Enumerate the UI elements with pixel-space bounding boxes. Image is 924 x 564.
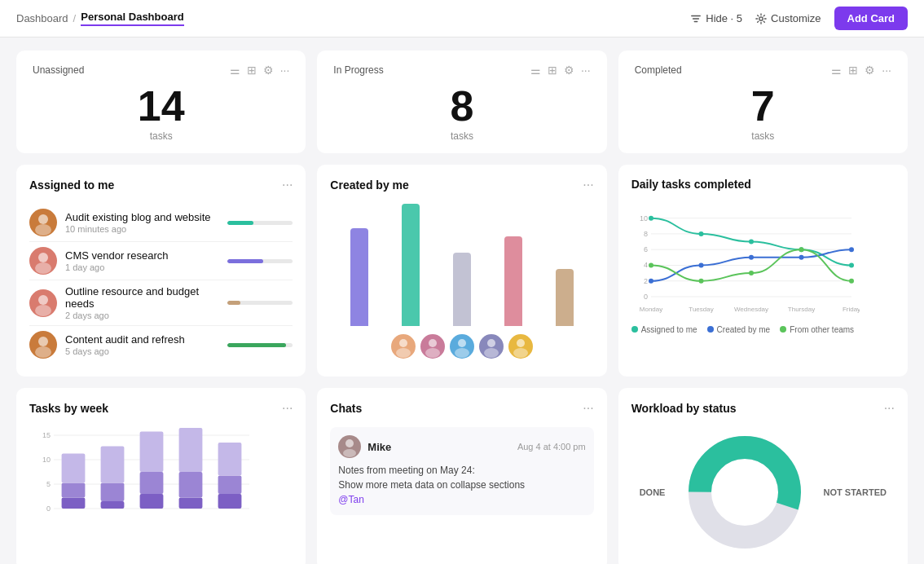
more-menu-icon[interactable]: ··· — [282, 401, 293, 416]
svg-point-17 — [517, 339, 525, 347]
more-icon[interactable]: ··· — [581, 64, 591, 77]
svg-rect-67 — [140, 432, 164, 473]
avatar — [420, 334, 445, 359]
svg-point-36 — [649, 216, 653, 221]
avatar — [508, 334, 533, 359]
task-item[interactable]: Outline resource and budget needs 2 days… — [29, 280, 293, 326]
filter-icon[interactable]: ⚌ — [230, 64, 240, 77]
svg-text:10: 10 — [640, 214, 648, 223]
svg-rect-70 — [179, 428, 203, 472]
stats-row: Unassigned ⚌ ⊞ ⚙ ··· 14 tasks In Progres… — [16, 51, 908, 153]
chat-mention[interactable]: @Tan — [338, 494, 364, 505]
progress-bar — [227, 259, 263, 263]
cards-row: Assigned to me ··· Audit existing blog a… — [16, 165, 908, 377]
svg-point-41 — [649, 279, 653, 284]
breadcrumb-root[interactable]: Dashboard — [16, 12, 68, 24]
svg-rect-69 — [179, 472, 203, 498]
chat-message[interactable]: Mike Aug 4 at 4:00 pm Notes from meeting… — [330, 427, 593, 515]
gear-icon — [755, 13, 767, 24]
chart-legend: Assigned to meCreated by meFrom other te… — [631, 325, 895, 334]
stat-number: 7 — [635, 85, 891, 127]
line-chart-wrap: 0246810MondayTuesdayWednesdayThursdayFri… — [631, 202, 895, 319]
breadcrumb-separator: / — [73, 12, 77, 24]
task-item[interactable]: Audit existing blog and website 10 minut… — [29, 204, 293, 242]
avatar — [391, 334, 416, 359]
header-actions: Hide · 5 Customize Add Card — [690, 7, 908, 30]
task-time: 1 day ago — [65, 262, 219, 272]
svg-text:Friday: Friday — [843, 306, 860, 313]
bar-item — [402, 204, 420, 326]
stat-number: 14 — [33, 85, 289, 127]
svg-point-74 — [345, 439, 354, 447]
card-title: Workload by status — [631, 402, 737, 415]
legend-item: From other teams — [780, 325, 854, 334]
expand-icon[interactable]: ⊞ — [548, 64, 557, 77]
svg-text:5: 5 — [46, 480, 51, 488]
bar-chart — [330, 204, 593, 326]
more-menu-icon[interactable]: ··· — [282, 178, 293, 192]
task-time: 2 days ago — [65, 311, 219, 320]
stat-sublabel: tasks — [635, 130, 891, 142]
bottom-row: Tasks by week ··· 051015 Chats ··· Mike … — [16, 388, 908, 564]
svg-rect-64 — [101, 447, 125, 483]
filter-icon[interactable]: ⚌ — [831, 64, 842, 77]
stat-card-0: Unassigned ⚌ ⊞ ⚙ ··· 14 tasks — [16, 51, 306, 153]
task-info: CMS vendor research 1 day ago — [65, 249, 219, 272]
main-content: Unassigned ⚌ ⊞ ⚙ ··· 14 tasks In Progres… — [0, 37, 924, 564]
settings-icon[interactable]: ⚙ — [564, 64, 574, 77]
chat-text: Notes from meeting on May 24:Show more m… — [338, 463, 585, 507]
svg-point-45 — [849, 247, 854, 252]
breadcrumb: Dashboard / Personal Dashboard — [16, 11, 184, 26]
svg-point-12 — [425, 348, 440, 358]
expand-icon[interactable]: ⊞ — [848, 64, 858, 77]
task-progress — [227, 343, 293, 347]
workload-card: Workload by status ··· DONE NOT STARTED — [618, 388, 908, 564]
svg-rect-71 — [218, 494, 242, 509]
svg-point-37 — [698, 231, 703, 236]
svg-point-10 — [396, 348, 411, 358]
task-name: CMS vendor research — [65, 249, 219, 262]
settings-icon[interactable]: ⚙ — [865, 64, 875, 77]
filter-icon[interactable]: ⚌ — [530, 64, 541, 77]
svg-point-15 — [487, 339, 495, 347]
svg-rect-61 — [62, 454, 86, 483]
bar-chart-wrap: 051015 — [29, 427, 293, 527]
card-title: Tasks by week — [29, 402, 108, 415]
chat-user: Mike — [338, 435, 391, 458]
task-item[interactable]: CMS vendor research 1 day ago — [29, 242, 293, 280]
donut-wrap: DONE NOT STARTED — [631, 427, 895, 557]
avatar — [29, 247, 57, 275]
more-icon[interactable]: ··· — [882, 64, 891, 77]
svg-point-8 — [35, 346, 51, 358]
filter-icon — [690, 13, 702, 24]
svg-point-0 — [759, 16, 763, 20]
svg-rect-72 — [218, 476, 242, 495]
task-info: Audit existing blog and website 10 minut… — [65, 211, 219, 234]
task-item[interactable]: Content audit and refresh 5 days ago — [29, 326, 293, 364]
card-title: Daily tasks completed — [631, 178, 751, 191]
customize-button[interactable]: Customize — [755, 12, 821, 24]
add-card-button[interactable]: Add Card — [834, 7, 909, 30]
card-header: Created by me ··· — [330, 178, 593, 192]
stat-label: Unassigned — [33, 64, 84, 76]
svg-point-6 — [35, 305, 51, 316]
more-menu-icon[interactable]: ··· — [583, 401, 593, 416]
task-time: 10 minutes ago — [65, 224, 219, 234]
chats-card: Chats ··· Mike Aug 4 at 4:00 pm Notes fr… — [317, 388, 606, 564]
progress-bar — [227, 301, 240, 305]
svg-point-44 — [799, 255, 803, 260]
svg-rect-59 — [62, 498, 86, 509]
hide-button[interactable]: Hide · 5 — [690, 12, 742, 24]
legend-item: Assigned to me — [631, 325, 697, 334]
more-icon[interactable]: ··· — [280, 64, 290, 77]
svg-text:4: 4 — [644, 261, 648, 269]
more-menu-icon[interactable]: ··· — [583, 178, 593, 192]
stat-card-header: Completed ⚌ ⊞ ⚙ ··· — [635, 64, 891, 77]
svg-point-46 — [649, 262, 653, 267]
created-by-me-card: Created by me ··· — [317, 165, 606, 377]
task-progress — [227, 259, 293, 263]
settings-icon[interactable]: ⚙ — [263, 64, 274, 77]
more-menu-icon[interactable]: ··· — [884, 401, 895, 416]
svg-point-3 — [38, 253, 48, 262]
expand-icon[interactable]: ⊞ — [247, 64, 257, 77]
